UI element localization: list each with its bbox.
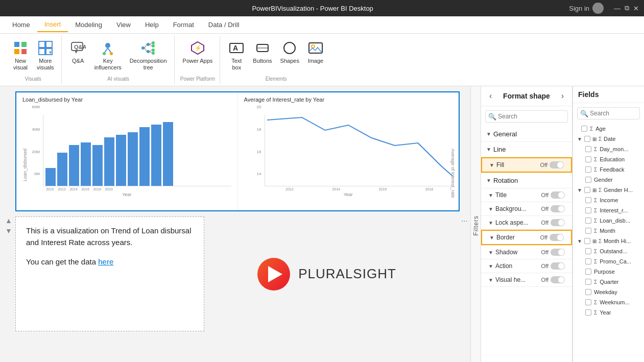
tab-view[interactable]: View <box>109 18 138 32</box>
scroll-down-button[interactable]: ▼ <box>5 227 12 235</box>
format-section-line-header[interactable]: ▼ Line <box>481 142 572 157</box>
field-item-outstanding[interactable]: Σ Outstand... <box>573 246 644 256</box>
field-purpose-checkbox[interactable] <box>585 269 591 275</box>
border-toggle[interactable]: Off <box>540 234 564 241</box>
field-year-checkbox[interactable] <box>585 309 591 316</box>
svg-point-16 <box>110 52 113 55</box>
format-section-general: ▼ General <box>481 127 572 142</box>
field-outstanding-checkbox[interactable] <box>585 248 591 254</box>
field-weekday-checkbox[interactable] <box>585 289 591 295</box>
field-gender-checkbox[interactable] <box>585 177 591 183</box>
field-item-quarter[interactable]: Σ Quarter <box>573 277 644 287</box>
format-search-input[interactable] <box>485 110 568 123</box>
tab-format[interactable]: Format <box>166 18 201 32</box>
field-weeknum-checkbox[interactable] <box>585 299 591 305</box>
field-item-month[interactable]: Σ Month <box>573 226 644 236</box>
shapes-button[interactable]: Shapes <box>277 38 302 66</box>
field-group-gender-h[interactable]: ▼ ⊞ Σ Gender H... <box>573 185 644 195</box>
field-item-weekday[interactable]: Weekday <box>573 287 644 297</box>
action-row[interactable]: ▼ Action Off <box>481 259 572 273</box>
field-group-date[interactable]: ▼ ⊞ Σ Date <box>573 134 644 144</box>
field-gender-h-checkbox[interactable] <box>584 187 590 193</box>
shadow-toggle[interactable]: Off <box>541 249 565 256</box>
background-row[interactable]: ▼ Backgrou... Off <box>481 202 572 215</box>
new-visual-button[interactable]: Newvisual <box>9 38 32 73</box>
field-loan-disb-checkbox[interactable] <box>585 218 591 224</box>
field-weeknum-sigma-icon: Σ <box>594 300 597 305</box>
title-toggle[interactable]: Off <box>541 191 565 199</box>
svg-rect-5 <box>46 41 52 47</box>
field-item-education[interactable]: Σ Education <box>573 154 644 164</box>
bar-y-label-40m: 40M <box>32 127 40 132</box>
visual-header-toggle[interactable]: Off <box>541 276 565 283</box>
tab-help[interactable]: Help <box>138 18 166 32</box>
field-item-feedback[interactable]: Σ Feedback <box>573 164 644 175</box>
shadow-off-text: Off <box>541 249 548 255</box>
field-group-month-hi[interactable]: ▼ ⊞ Σ Month Hi... <box>573 236 644 246</box>
more-visuals-button[interactable]: ▾ Morevisuals <box>34 38 57 73</box>
field-month-checkbox[interactable] <box>585 228 591 234</box>
field-item-weeknum[interactable]: Σ Weeknum... <box>573 297 644 307</box>
field-feedback-checkbox[interactable] <box>585 166 591 173</box>
decomposition-tree-button[interactable]: Decompositiontree <box>127 38 170 73</box>
tab-data-drill[interactable]: Data / Drill <box>201 18 247 32</box>
visual-header-row[interactable]: ▼ Visual he... Off <box>481 273 572 286</box>
field-quarter-sigma-icon: Σ <box>594 279 597 285</box>
format-panel-forward-button[interactable]: › <box>558 90 567 102</box>
field-item-income[interactable]: Σ Income <box>573 195 644 205</box>
lock-aspect-toggle[interactable]: Off <box>541 219 565 226</box>
field-month-hi-checkbox[interactable] <box>584 238 590 244</box>
tab-insert[interactable]: Insert <box>37 17 68 32</box>
new-visual-label: Newvisual <box>13 58 28 71</box>
format-panel-back-button[interactable]: ‹ <box>486 90 495 102</box>
text-box-button[interactable]: A Textbox <box>225 38 248 73</box>
field-education-checkbox[interactable] <box>585 156 591 162</box>
field-item-promo-ca[interactable]: Σ Promo_Ca... <box>573 256 644 267</box>
shadow-row[interactable]: ▼ Shadow Off <box>481 246 572 259</box>
fill-row[interactable]: ▼ Fill Off <box>481 157 572 173</box>
tab-modeling[interactable]: Modeling <box>68 18 109 32</box>
fields-panel-title: Fields <box>578 90 599 99</box>
field-item-day-month[interactable]: Σ Day_mon... <box>573 144 644 154</box>
format-section-general-header[interactable]: ▼ General <box>481 127 572 141</box>
restore-button[interactable]: ⧉ <box>625 4 629 12</box>
lock-aspect-row[interactable]: ▼ Lock aspe... Off <box>481 216 572 229</box>
field-age-checkbox[interactable] <box>581 126 587 132</box>
field-promo-ca-checkbox[interactable] <box>585 258 591 264</box>
tab-home[interactable]: Home <box>5 18 37 32</box>
key-influencers-button[interactable]: Keyinfluencers <box>91 38 125 73</box>
more-options-button[interactable]: ··· <box>461 216 468 226</box>
field-day-month-checkbox[interactable] <box>585 146 591 152</box>
filters-panel[interactable]: Filters <box>470 86 481 362</box>
title-row[interactable]: ▼ Title Off <box>481 188 572 202</box>
background-label: Backgrou... <box>495 205 527 212</box>
fill-toggle[interactable]: Off <box>540 161 564 168</box>
field-quarter-checkbox[interactable] <box>585 279 591 285</box>
scroll-up-button[interactable]: ▲ <box>5 216 12 225</box>
image-button[interactable]: Image <box>304 38 327 66</box>
power-apps-button[interactable]: ⚡ Power Apps <box>180 38 216 66</box>
field-interest-rate-checkbox[interactable] <box>585 207 591 213</box>
format-section-shadow: ▼ Shadow Off <box>481 246 572 259</box>
field-date-checkbox[interactable] <box>584 136 590 142</box>
field-item-loan-disb[interactable]: Σ Loan_disb... <box>573 215 644 226</box>
shadow-chevron-icon: ▼ <box>488 250 493 255</box>
field-item-interest-rate[interactable]: Σ Interest_r... <box>573 205 644 215</box>
field-item-year[interactable]: Σ Year <box>573 307 644 318</box>
field-income-checkbox[interactable] <box>585 197 591 203</box>
field-item-gender[interactable]: Gender <box>573 175 644 185</box>
action-toggle[interactable]: Off <box>541 262 565 270</box>
buttons-button[interactable]: Buttons <box>250 38 275 66</box>
qa-button[interactable]: Q&A Q&A <box>67 38 89 66</box>
close-button[interactable]: ✕ <box>633 5 639 12</box>
field-item-purpose[interactable]: Purpose <box>573 267 644 277</box>
minimize-button[interactable]: — <box>614 5 621 12</box>
text-box-link[interactable]: here <box>98 257 113 266</box>
border-row[interactable]: ▼ Border Off <box>481 230 572 245</box>
bar-chart-title: Loan_disbursed by Year <box>22 96 231 103</box>
format-section-rotation-header[interactable]: ▼ Rotation <box>481 173 572 188</box>
fields-panel: Fields 🔍 Σ Age ▼ ⊞ Σ Date Σ Day_mon... Σ <box>573 86 644 362</box>
field-item-age[interactable]: Σ Age <box>573 124 644 134</box>
sign-in-button[interactable]: Sign in <box>569 3 604 14</box>
background-toggle[interactable]: Off <box>541 205 565 212</box>
